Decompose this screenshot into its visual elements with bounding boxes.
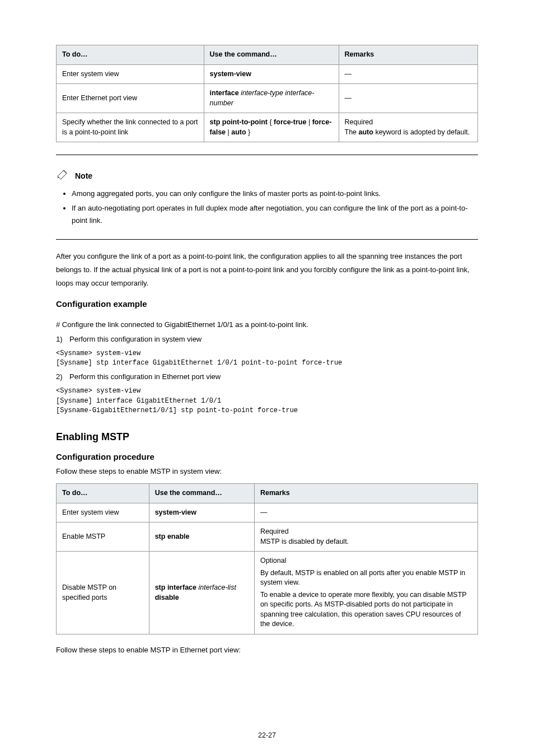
paragraph-ptp-warning: After you configure the link of a port a… xyxy=(56,250,478,290)
code-block-2: <Sysname> system-view [Sysname] interfac… xyxy=(56,386,478,416)
cell-remarks: — xyxy=(254,503,477,522)
table-row: Enter system view system-view — xyxy=(57,64,478,84)
table-row: Disable MSTP on specified ports stp inte… xyxy=(57,552,478,634)
cell-todo: Enable MSTP xyxy=(57,522,149,552)
cell-cmd: system-view xyxy=(204,64,339,84)
cell-remarks: — xyxy=(339,84,478,113)
step-2: 2)Perform this configuration in Ethernet… xyxy=(56,372,478,381)
heading-config-example: Configuration example xyxy=(56,299,478,309)
cell-todo: Specify whether the link connected to a … xyxy=(57,113,204,142)
code-block-1: <Sysname> system-view [Sysname] stp inte… xyxy=(56,349,478,368)
th-todo: To do… xyxy=(57,484,149,503)
command-table-mstp: To do… Use the command… Remarks Enter sy… xyxy=(56,483,478,634)
cell-cmd: system-view xyxy=(149,503,254,522)
cell-cmd: stp interface interface-list disable xyxy=(149,552,254,634)
table-row: Enable MSTP stp enable Required MSTP is … xyxy=(57,522,478,552)
note-label: Note xyxy=(75,171,92,180)
intro-system-view: Follow these steps to enable MSTP in sys… xyxy=(56,466,478,478)
table-row: Enter Ethernet port view interface inter… xyxy=(57,84,478,113)
step-1: 1)Perform this configuration in system v… xyxy=(56,335,478,343)
cell-cmd: stp enable xyxy=(149,522,254,552)
th-remarks: Remarks xyxy=(339,45,478,65)
divider xyxy=(56,239,478,240)
th-cmd: Use the command… xyxy=(149,484,254,503)
example-description: # Configure the link connected to Gigabi… xyxy=(56,319,478,331)
note-icon xyxy=(56,170,72,182)
cell-todo: Disable MSTP on specified ports xyxy=(57,552,149,634)
cell-cmd: interface interface-type interface-numbe… xyxy=(204,84,339,113)
heading-config-procedure: Configuration procedure xyxy=(56,452,478,461)
cell-cmd: stp point-to-point { force-true | force-… xyxy=(204,113,339,142)
cell-todo: Enter system view xyxy=(57,64,204,84)
note-heading: Note xyxy=(56,170,478,182)
cell-todo: Enter system view xyxy=(57,503,149,522)
list-item: If an auto-negotiating port operates in … xyxy=(72,202,478,227)
command-table-ptp: To do… Use the command… Remarks Enter sy… xyxy=(56,45,478,142)
table-row: Enter system view system-view — xyxy=(57,503,478,522)
heading-enabling-mstp: Enabling MSTP xyxy=(56,431,478,443)
th-todo: To do… xyxy=(57,45,204,65)
intro-port-view: Follow these steps to enable MSTP in Eth… xyxy=(56,645,478,656)
table-row: Specify whether the link connected to a … xyxy=(57,113,478,142)
list-item: Among aggregated ports, you can only con… xyxy=(72,188,478,200)
cell-remarks: — xyxy=(339,64,478,84)
page-number: 22-27 xyxy=(0,731,534,739)
note-list: Among aggregated ports, you can only con… xyxy=(56,188,478,227)
cell-remarks: Required MSTP is disabled by default. xyxy=(254,522,477,552)
cell-remarks: Required The auto keyword is adopted by … xyxy=(339,113,478,142)
th-remarks: Remarks xyxy=(254,484,477,503)
cell-remarks: Optional By default, MSTP is enabled on … xyxy=(254,552,477,634)
divider xyxy=(56,155,478,155)
th-cmd: Use the command… xyxy=(204,45,339,65)
cell-todo: Enter Ethernet port view xyxy=(57,84,204,113)
